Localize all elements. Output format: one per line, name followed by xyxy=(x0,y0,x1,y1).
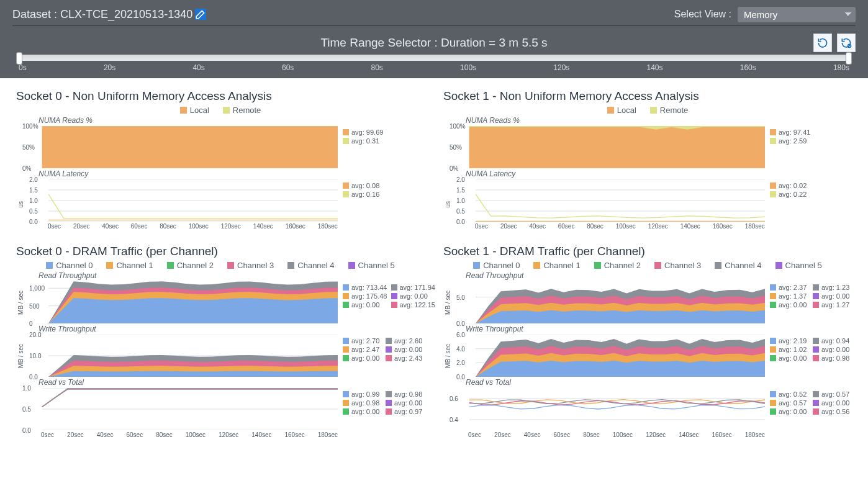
y-unit: MB / sec xyxy=(443,344,453,368)
numa-legend: LocalRemote xyxy=(16,106,425,115)
slider-handle-right[interactable] xyxy=(846,52,852,65)
numa-legend: LocalRemote xyxy=(443,106,852,115)
chart-write-tp-s0[interactable]: 0.010.020.0 xyxy=(29,335,338,377)
x-axis: 0sec20sec40sec60sec80sec100sec120sec140s… xyxy=(41,431,338,438)
x-axis: 0sec20sec40sec60sec80sec100sec120sec140s… xyxy=(475,223,765,230)
chart-rvst-s0[interactable]: 0.00.51.0 xyxy=(22,388,338,430)
chart-rvst-s1[interactable]: 0.40.6 xyxy=(450,388,765,430)
chart-subtitle: NUMA Reads % xyxy=(466,116,852,125)
chart-numa-reads-s1[interactable]: 0%50%100% xyxy=(450,126,765,168)
chart-read-tp-s0[interactable]: 05001,000 xyxy=(29,281,338,323)
avg-legend: avg: 0.52avg: 0.57avg: 0.57avg: 0.00avg:… xyxy=(765,388,852,438)
chart-subtitle: Read Throughput xyxy=(38,271,425,280)
y-unit: MB / sec xyxy=(16,344,25,368)
avg-legend: avg: 713.44avg: 171.94avg: 175.48avg: 0.… xyxy=(338,281,425,323)
dram-legend: Channel 0Channel 1Channel 2Channel 3Chan… xyxy=(16,261,425,270)
view-select[interactable]: Memory xyxy=(738,7,856,22)
edit-dataset-icon[interactable] xyxy=(195,9,206,20)
header: Dataset : CLX-TCE_20210513-1340 Select V… xyxy=(0,0,868,78)
socket1-dram: Socket 1 - DRAM Traffic (per Channel) Ch… xyxy=(443,245,852,438)
section-title: Socket 1 - DRAM Traffic (per Channel) xyxy=(443,245,852,258)
chart-subtitle: Read vs Total xyxy=(38,378,425,387)
socket1-numa: Socket 1 - Non Uniform Memory Access Ana… xyxy=(443,89,852,230)
chart-subtitle: Write Throughput xyxy=(466,325,852,333)
avg-legend: avg: 97.41avg: 2.59 xyxy=(765,126,852,168)
dataset-prefix: Dataset : xyxy=(12,8,60,20)
slider-handle-left[interactable] xyxy=(16,52,22,65)
chart-numa-latency-s0[interactable]: 0.00.51.01.52.0 xyxy=(29,179,338,222)
chart-subtitle: NUMA Latency xyxy=(38,169,425,178)
avg-legend: avg: 0.08avg: 0.16 xyxy=(338,179,425,230)
y-unit: us xyxy=(443,201,453,208)
avg-legend: avg: 2.37avg: 1.23avg: 1.37avg: 0.00avg:… xyxy=(765,281,852,323)
chart-subtitle: Read vs Total xyxy=(466,378,852,387)
chart-subtitle: Write Throughput xyxy=(38,325,425,333)
chart-write-tp-s1[interactable]: 0.02.04.06.0 xyxy=(456,335,765,377)
chart-subtitle: Read Throughput xyxy=(466,271,852,280)
avg-legend: avg: 0.99avg: 0.98avg: 0.98avg: 0.00avg:… xyxy=(338,388,425,438)
avg-legend: avg: 2.70avg: 2.60avg: 2.47avg: 0.00avg:… xyxy=(338,335,425,377)
chart-subtitle: NUMA Reads % xyxy=(38,116,425,125)
chart-subtitle: NUMA Latency xyxy=(466,169,852,178)
socket0-numa: Socket 0 - Non Uniform Memory Access Ana… xyxy=(16,89,425,230)
section-title: Socket 1 - Non Uniform Memory Access Ana… xyxy=(443,89,852,103)
time-range-slider[interactable]: 0s20s40s60s80s100s120s140s160s180s xyxy=(12,55,856,78)
avg-legend: avg: 0.02avg: 0.22 xyxy=(765,179,852,230)
chart-numa-latency-s1[interactable]: 0.00.51.01.52.0 xyxy=(456,179,765,222)
config-icon[interactable] xyxy=(837,34,856,52)
x-axis: 0sec20sec40sec60sec80sec100sec120sec140s… xyxy=(48,223,338,230)
y-unit: us xyxy=(16,201,25,208)
socket0-dram: Socket 0 - DRAM Traffic (per Channel) Ch… xyxy=(16,245,425,438)
chart-numa-reads-s0[interactable]: 0%50%100% xyxy=(22,126,338,168)
section-title: Socket 0 - Non Uniform Memory Access Ana… xyxy=(16,89,425,103)
avg-legend: avg: 2.19avg: 0.94avg: 1.02avg: 0.00avg:… xyxy=(765,335,852,377)
avg-legend: avg: 99.69avg: 0.31 xyxy=(338,126,425,168)
slider-ticks: 0s20s40s60s80s100s120s140s160s180s xyxy=(12,61,856,72)
dataset-label: Dataset : CLX-TCE_20210513-1340 xyxy=(12,8,192,21)
dram-legend: Channel 0Channel 1Channel 2Channel 3Chan… xyxy=(443,261,852,270)
chart-read-tp-s1[interactable]: 0.05.0 xyxy=(456,281,765,323)
section-title: Socket 0 - DRAM Traffic (per Channel) xyxy=(16,245,425,258)
dataset-name: CLX-TCE_20210513-1340 xyxy=(60,8,192,20)
y-unit: MB / sec xyxy=(16,291,25,315)
time-range-title: Time Range Selector : Duration = 3 m 5.5… xyxy=(12,36,856,50)
select-view-label: Select View : xyxy=(674,9,731,20)
y-unit: MB / sec xyxy=(443,291,453,315)
refresh-icon[interactable] xyxy=(813,34,832,52)
x-axis: 0sec20sec40sec60sec80sec100sec120sec140s… xyxy=(468,431,765,438)
